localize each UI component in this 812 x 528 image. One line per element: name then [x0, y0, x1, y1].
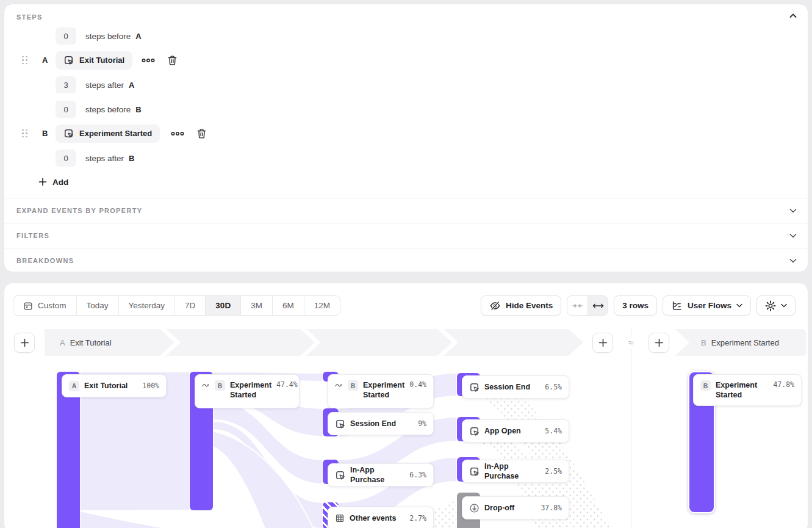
date-range-7d[interactable]: 7D: [174, 296, 205, 315]
steps-after-a-row: 3 steps after A: [56, 76, 134, 93]
hide-events-button[interactable]: Hide Events: [481, 295, 561, 316]
flows-chart-panel: Custom Today Yesterday 7D 30D 3M 6M 12M …: [4, 283, 808, 528]
eye-off-icon: [489, 300, 501, 311]
section-breakdowns[interactable]: BREAKDOWNS: [4, 248, 808, 273]
add-label: Add: [52, 178, 68, 187]
date-range-custom[interactable]: Custom: [13, 296, 76, 315]
chart-toolbar: Custom Today Yesterday 7D 30D 3M 6M 12M …: [13, 295, 799, 316]
step-a-event-button[interactable]: Exit Tutorial: [56, 51, 132, 70]
settings-button[interactable]: [756, 295, 796, 316]
step-b-event-name: Experiment Started: [79, 129, 152, 138]
step-a-letter: A: [42, 56, 48, 65]
gear-icon: [765, 300, 776, 311]
node-card-drop-off[interactable]: Drop-off 37.8%: [462, 496, 569, 519]
user-flows-report-page: STEPS 0 steps before A A Exit Tutorial: [0, 0, 812, 528]
date-range-today[interactable]: Today: [76, 296, 118, 315]
rows-count-label: 3 rows: [622, 301, 649, 310]
steps-after-label: steps after: [85, 154, 124, 163]
steps-before-b-row: 0 steps before B: [56, 101, 142, 118]
add-step-before-b-button[interactable]: [649, 333, 669, 353]
drag-handle-icon[interactable]: [22, 129, 27, 138]
step-a-delete-button[interactable]: [167, 55, 178, 66]
arrows-outward-icon: [592, 302, 604, 309]
date-range-yesterday[interactable]: Yesterday: [118, 296, 175, 315]
plus-icon: [655, 338, 664, 347]
step-b-letter: B: [42, 129, 48, 138]
collapse-expand-control: [567, 295, 608, 316]
chevron-down-icon: [789, 233, 797, 238]
step-a-event-name: Exit Tutorial: [79, 56, 124, 65]
date-range-12m[interactable]: 12M: [304, 296, 340, 315]
view-type-label: User Flows: [688, 301, 731, 310]
node-card-exit-tutorial[interactable]: A Exit Tutorial 100%: [62, 374, 167, 397]
steps-after-b-row: 0 steps after B: [56, 150, 134, 167]
node-card-other-events[interactable]: Other events 2.7%: [328, 507, 434, 528]
expand-columns-button[interactable]: [587, 296, 608, 315]
step-header-band: [4, 329, 809, 356]
steps-before-a-row: 0 steps before A: [56, 27, 142, 45]
approx-symbol: ≈: [623, 338, 639, 349]
date-range-3m[interactable]: 3M: [240, 296, 272, 315]
step-b-event-button[interactable]: Experiment Started: [56, 125, 160, 143]
event-cursor-icon: [469, 382, 480, 392]
node-card-in-app-purchase-63[interactable]: In-App Purchase 6.3%: [328, 463, 434, 486]
query-builder-panel: STEPS 0 steps before A A Exit Tutorial: [4, 4, 808, 272]
step-a-row: A Exit Tutorial: [4, 51, 808, 70]
node-card-experiment-started-04[interactable]: B Experiment Started 0.4%: [328, 374, 434, 408]
sequence-break-divider: [631, 329, 631, 528]
step-badge: B: [215, 380, 225, 391]
step-ref-letter: A: [135, 32, 141, 41]
chevron-down-icon: [781, 303, 787, 308]
step-badge: B: [700, 380, 711, 391]
event-cursor-icon: [335, 419, 345, 429]
step-ref-letter: B: [129, 154, 134, 163]
node-card-experiment-started-478[interactable]: B Experiment Started 47.8%: [693, 374, 802, 406]
indirect-steps-icon: [202, 382, 210, 388]
chevron-up-icon[interactable]: [789, 13, 797, 18]
plus-icon: [38, 178, 47, 186]
step-b-more-button[interactable]: [171, 130, 184, 137]
step-b-row: B Experiment Started: [4, 124, 808, 143]
node-card-session-end-65[interactable]: Session End 6.5%: [462, 375, 569, 399]
step-a-more-button[interactable]: [142, 57, 155, 64]
steps-section-title: STEPS: [16, 13, 43, 21]
date-range-30d-selected[interactable]: 30D: [205, 296, 240, 315]
section-label: FILTERS: [16, 232, 49, 239]
chevron-down-icon: [789, 258, 797, 263]
steps-after-b-input[interactable]: 0: [56, 150, 76, 167]
chevron-down-icon: [789, 208, 797, 213]
node-card-experiment-started-47[interactable]: B Experiment Started 47.4%: [195, 374, 300, 408]
node-card-session-end-9[interactable]: Session End 9%: [328, 412, 434, 435]
section-expand-events-by-property[interactable]: EXPAND EVENTS BY PROPERTY: [4, 198, 808, 223]
step-ref-letter: A: [129, 81, 134, 90]
rows-count-button[interactable]: 3 rows: [614, 295, 657, 316]
event-cursor-icon: [63, 128, 74, 139]
add-step-after-a-button[interactable]: [592, 333, 613, 353]
section-label: EXPAND EVENTS BY PROPERTY: [16, 207, 142, 214]
hide-events-label: Hide Events: [506, 301, 553, 310]
step-b-delete-button[interactable]: [196, 128, 207, 139]
plus-icon: [598, 338, 608, 347]
add-step-button[interactable]: Add: [38, 174, 68, 190]
user-flows-chart-icon: [671, 300, 683, 311]
date-range-6m[interactable]: 6M: [272, 296, 304, 315]
step-badge: A: [69, 381, 79, 391]
section-filters[interactable]: FILTERS: [4, 223, 808, 248]
steps-before-a-input[interactable]: 0: [56, 27, 76, 45]
add-step-before-button[interactable]: [14, 333, 35, 353]
collapse-columns-button[interactable]: [567, 296, 587, 315]
event-cursor-icon: [335, 470, 345, 480]
node-card-app-open[interactable]: App Open 5.4%: [462, 419, 569, 443]
step-badge: B: [348, 380, 358, 391]
steps-after-a-input[interactable]: 3: [56, 76, 76, 93]
view-type-button[interactable]: User Flows: [663, 295, 751, 316]
steps-before-b-input[interactable]: 0: [56, 101, 76, 118]
chevron-down-icon: [736, 303, 742, 308]
indirect-steps-icon: [335, 382, 343, 388]
steps-before-label: steps before: [85, 32, 131, 41]
steps-before-label: steps before: [85, 105, 131, 114]
section-label: BREAKDOWNS: [16, 257, 74, 264]
drag-handle-icon[interactable]: [22, 56, 27, 65]
node-card-in-app-purchase-25[interactable]: In-App Purchase 2.5%: [462, 460, 569, 483]
sankey-flow-canvas: A Exit Tutorial B Experiment Started ≈: [4, 328, 809, 528]
